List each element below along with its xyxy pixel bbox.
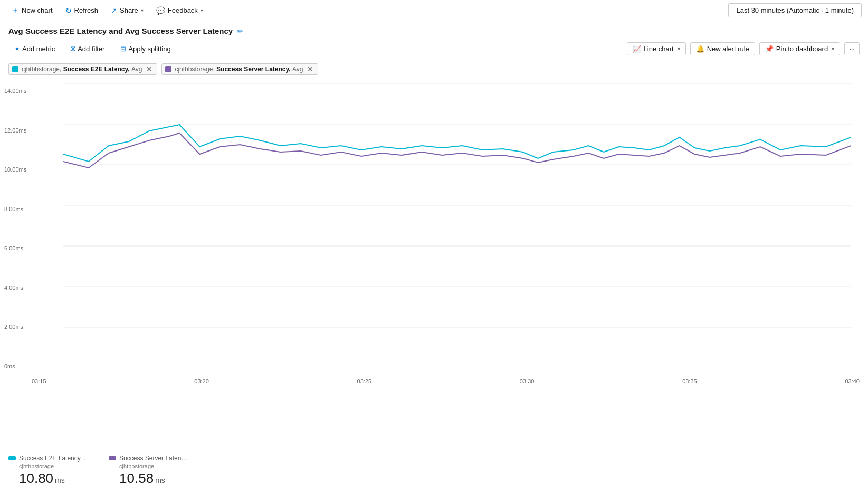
- y-axis-labels: 0ms 2.00ms 4.00ms 6.00ms 8.00ms 10.00ms …: [0, 83, 32, 384]
- chart-svg-wrapper: [63, 83, 851, 368]
- tag-dot-1: [12, 66, 18, 72]
- add-metric-icon: ✦: [14, 45, 20, 53]
- chart-svg: [63, 83, 851, 368]
- tag-e2e-latency: cjhtbbstorage, Success E2E Latency, Avg …: [8, 63, 157, 75]
- title-bar: Avg Success E2E Latency and Avg Success …: [0, 21, 868, 39]
- tag-resource-2: cjhtbbstorage,: [175, 65, 216, 73]
- share-icon: ↗: [111, 6, 117, 15]
- x-label-0325: 03:25: [357, 378, 372, 384]
- chart-area: 0ms 2.00ms 4.00ms 6.00ms 8.00ms 10.00ms …: [0, 79, 868, 449]
- x-axis-labels: 03:15 03:20 03:25 03:30 03:35 03:40: [32, 378, 860, 384]
- edit-icon[interactable]: ✏: [237, 27, 243, 35]
- legend-header-server: Success Server Laten...: [109, 455, 186, 462]
- legend-item-server: Success Server Laten... cjhtbbstorage 10…: [109, 455, 186, 487]
- legend-resource-e2e: cjhtbbstorage: [19, 463, 88, 469]
- legend-number-server: 10.58: [119, 470, 154, 487]
- feedback-chevron-icon: ▾: [201, 7, 203, 13]
- line-server-latency: [63, 133, 851, 168]
- more-options-icon: ···: [849, 45, 855, 53]
- tag-metric-1: Success E2E Latency,: [63, 65, 131, 73]
- legend-unit-server: ms: [155, 476, 165, 485]
- legend-dot-e2e: [8, 456, 16, 460]
- tag-agg-2: Avg: [292, 65, 303, 73]
- legend-metric-server: Success Server Laten...: [119, 455, 186, 462]
- legend-value-e2e: 10.80 ms: [19, 470, 88, 487]
- chart-title: Avg Success E2E Latency and Avg Success …: [8, 26, 233, 35]
- x-label-0340: 03:40: [845, 378, 860, 384]
- y-label-8ms: 8.00ms: [4, 206, 28, 212]
- feedback-icon: 💬: [156, 6, 165, 15]
- add-metric-button[interactable]: ✦ Add metric: [8, 42, 61, 55]
- tag-close-1[interactable]: ✕: [146, 65, 152, 73]
- tag-metric-2: Success Server Latency,: [216, 65, 292, 73]
- new-alert-button[interactable]: 🔔 New alert rule: [690, 42, 755, 55]
- tags-row: cjhtbbstorage, Success E2E Latency, Avg …: [0, 59, 868, 79]
- alert-icon: 🔔: [696, 45, 704, 53]
- refresh-button[interactable]: ↻ Refresh: [60, 4, 104, 17]
- tag-close-2[interactable]: ✕: [307, 65, 313, 73]
- tag-agg-1: Avg: [131, 65, 142, 73]
- chart-container: 0ms 2.00ms 4.00ms 6.00ms 8.00ms 10.00ms …: [0, 83, 868, 384]
- filter-icon: ⧖: [71, 44, 75, 53]
- legend-item-e2e: Success E2E Latency ... cjhtbbstorage 10…: [8, 455, 88, 487]
- tag-text-1: cjhtbbstorage, Success E2E Latency, Avg: [22, 65, 142, 73]
- y-label-6ms: 6.00ms: [4, 245, 28, 251]
- pin-chevron-icon: ▾: [832, 46, 834, 52]
- pin-icon: 📌: [765, 45, 774, 53]
- legend-value-server: 10.58 ms: [119, 470, 186, 487]
- plus-icon: ＋: [12, 6, 19, 15]
- refresh-icon: ↻: [65, 6, 72, 15]
- feedback-button[interactable]: 💬 Feedback ▾: [151, 4, 208, 17]
- line-chart-button[interactable]: 📈 Line chart ▾: [627, 42, 686, 55]
- tag-text-2: cjhtbbstorage, Success Server Latency, A…: [175, 65, 303, 73]
- splitting-icon: ⊞: [120, 45, 126, 53]
- legend-header-e2e: Success E2E Latency ...: [8, 455, 88, 462]
- x-label-0315: 03:15: [32, 378, 46, 384]
- pin-dashboard-button[interactable]: 📌 Pin to dashboard ▾: [759, 42, 840, 55]
- line-e2e-latency: [63, 125, 851, 162]
- add-filter-button[interactable]: ⧖ Add filter: [65, 42, 110, 55]
- tag-resource-1: cjhtbbstorage,: [22, 65, 63, 73]
- tag-server-latency: cjhtbbstorage, Success Server Latency, A…: [161, 63, 318, 75]
- y-label-10ms: 10.00ms: [4, 166, 28, 173]
- tag-dot-2: [165, 66, 171, 72]
- y-label-0ms: 0ms: [4, 363, 28, 370]
- x-label-0320: 03:20: [194, 378, 209, 384]
- right-controls: 📈 Line chart ▾ 🔔 New alert rule 📌 Pin to…: [627, 42, 860, 55]
- y-label-14ms: 14.00ms: [4, 88, 28, 94]
- share-chevron-icon: ▾: [141, 7, 144, 13]
- share-button[interactable]: ↗ Share ▾: [106, 4, 149, 17]
- legend-number-e2e: 10.80: [19, 470, 53, 487]
- metrics-toolbar: ✦ Add metric ⧖ Add filter ⊞ Apply splitt…: [0, 39, 868, 59]
- legend-unit-e2e: ms: [55, 476, 65, 485]
- line-chart-chevron-icon: ▾: [678, 46, 680, 52]
- line-chart-icon: 📈: [633, 45, 641, 53]
- legend-area: Success E2E Latency ... cjhtbbstorage 10…: [0, 449, 868, 492]
- time-range-button[interactable]: Last 30 minutes (Automatic · 1 minute): [728, 3, 862, 17]
- legend-metric-e2e: Success E2E Latency ...: [19, 455, 88, 462]
- apply-splitting-button[interactable]: ⊞ Apply splitting: [115, 42, 176, 55]
- more-options-button[interactable]: ···: [844, 42, 860, 55]
- y-label-12ms: 12.00ms: [4, 127, 28, 134]
- legend-dot-server: [109, 456, 116, 460]
- y-label-4ms: 4.00ms: [4, 285, 28, 291]
- x-label-0330: 03:30: [520, 378, 535, 384]
- new-chart-button[interactable]: ＋ New chart: [6, 4, 58, 17]
- legend-resource-server: cjhtbbstorage: [119, 463, 186, 469]
- main-content: Avg Success E2E Latency and Avg Success …: [0, 21, 868, 492]
- y-label-2ms: 2.00ms: [4, 324, 28, 330]
- x-label-0335: 03:35: [682, 378, 697, 384]
- main-toolbar: ＋ New chart ↻ Refresh ↗ Share ▾ 💬 Feedba…: [0, 0, 868, 21]
